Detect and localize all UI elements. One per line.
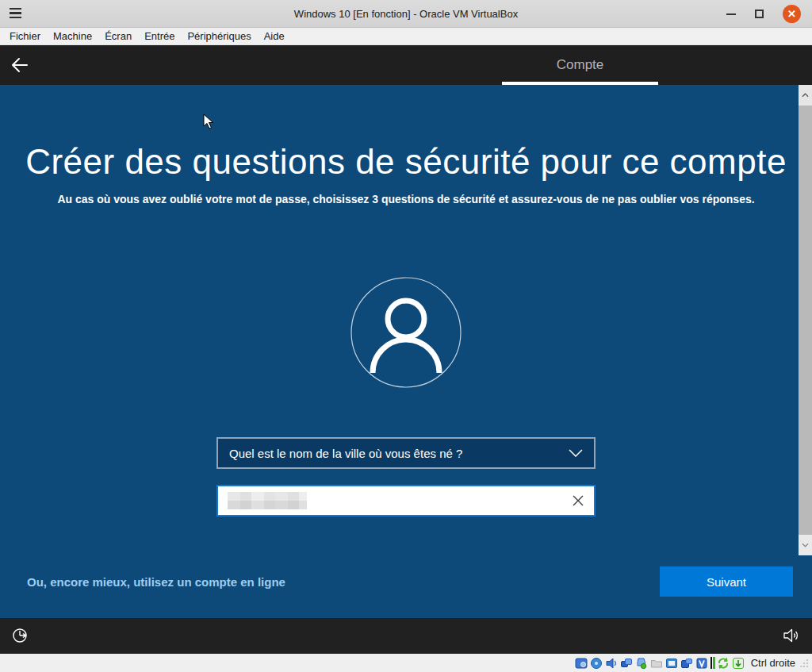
optical-drives-icon[interactable] xyxy=(590,656,603,670)
display-icon[interactable] xyxy=(665,656,679,670)
keyboard-capture-icon[interactable] xyxy=(732,656,745,670)
hard-disks-icon[interactable] xyxy=(575,656,588,670)
vbox-titlebar: Windows 10 [En fonction] - Oracle VM Vir… xyxy=(0,0,812,28)
menu-ecran[interactable]: Écran xyxy=(98,30,138,42)
online-account-link[interactable]: Ou, encore mieux, utilisez un compte en … xyxy=(27,575,285,589)
vbox-statusbar: Ctrl droite xyxy=(0,654,812,672)
security-question-select[interactable]: Quel est le nom de la ville où vous êtes… xyxy=(216,437,596,469)
mouse-integration-icon[interactable] xyxy=(717,656,730,670)
shared-folders-icon[interactable] xyxy=(650,656,664,670)
mouse-cursor xyxy=(203,113,216,129)
video-capture-icon[interactable] xyxy=(680,656,694,670)
window-controls: ✕ xyxy=(726,0,801,28)
chevron-down-icon xyxy=(569,449,583,457)
scrollbar-down-icon[interactable] xyxy=(799,535,812,555)
menu-aide[interactable]: Aide xyxy=(258,30,291,42)
network-icon[interactable] xyxy=(620,656,634,670)
features-icon[interactable] xyxy=(695,656,709,670)
maximize-button[interactable] xyxy=(755,10,764,18)
resize-grip[interactable] xyxy=(800,658,810,669)
activity-indicator xyxy=(710,657,715,670)
window-title: Windows 10 [En fonction] - Oracle VM Vir… xyxy=(0,8,812,20)
menu-machine[interactable]: Machine xyxy=(47,30,98,42)
security-answer-input[interactable] xyxy=(216,485,596,516)
security-question-value: Quel est le nom de la ville où vous êtes… xyxy=(229,447,569,460)
oobe-main: Créer des questions de sécurité pour ce … xyxy=(0,85,812,618)
menu-entree[interactable]: Entrée xyxy=(138,30,181,42)
tab-compte[interactable]: Compte xyxy=(502,45,658,85)
page-subtitle: Au cas où vous avez oublié votre mot de … xyxy=(0,193,812,205)
vbox-menubar: Fichier Machine Écran Entrée Périphériqu… xyxy=(0,28,812,45)
minimize-button[interactable] xyxy=(726,13,736,15)
page-title: Créer des questions de sécurité pour ce … xyxy=(0,142,812,182)
next-button[interactable]: Suivant xyxy=(660,566,793,597)
user-avatar-icon xyxy=(350,277,462,388)
menu-peripheriques[interactable]: Périphériques xyxy=(181,30,257,42)
hamburger-menu-icon[interactable] xyxy=(10,8,21,18)
scrollbar-up-icon[interactable] xyxy=(799,85,812,106)
oobe-header: Compte xyxy=(0,45,812,85)
oobe-footer xyxy=(0,618,812,654)
volume-icon[interactable] xyxy=(782,627,799,644)
menu-fichier[interactable]: Fichier xyxy=(3,30,47,42)
back-arrow-icon[interactable] xyxy=(10,56,29,75)
clear-input-icon[interactable] xyxy=(572,494,584,507)
close-button[interactable]: ✕ xyxy=(783,5,801,23)
ease-of-access-icon[interactable] xyxy=(11,627,29,644)
scrollbar[interactable] xyxy=(799,85,812,555)
usb-icon[interactable] xyxy=(635,656,649,670)
redacted-answer-text xyxy=(228,492,307,509)
audio-icon[interactable] xyxy=(605,656,619,670)
host-key-label: Ctrl droite xyxy=(751,657,795,669)
